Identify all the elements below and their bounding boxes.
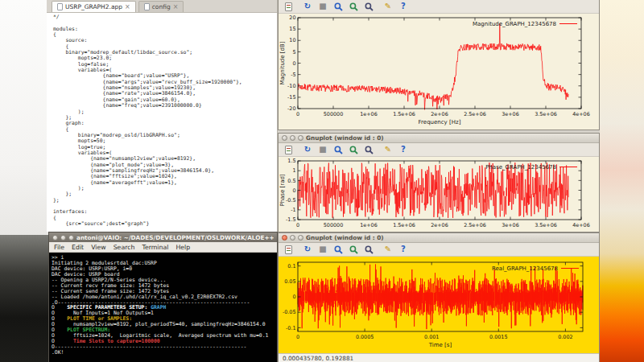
svg-text:20: 20 xyxy=(289,14,295,21)
tab-usrp-graph2-app[interactable]: USRP_GRAPH2.app × xyxy=(52,1,136,12)
config-icon[interactable]: ✎ xyxy=(383,145,393,154)
replot-icon[interactable]: ↻ xyxy=(303,245,312,254)
zoom-previous-icon[interactable] xyxy=(333,145,343,154)
svg-text:3.5e+06: 3.5e+06 xyxy=(535,222,557,228)
minimize-button[interactable] xyxy=(60,235,66,241)
desktop-background-left-bottom xyxy=(0,235,48,362)
zoom-next-icon[interactable] xyxy=(349,2,358,11)
maximize-button[interactable] xyxy=(298,235,303,241)
menu-item-file[interactable]: File xyxy=(54,244,64,251)
zoom-previous-icon[interactable] xyxy=(333,2,343,11)
code-line: {src="source";dest="graph"} xyxy=(53,221,277,227)
help-icon[interactable]: ? xyxy=(398,245,408,254)
svg-text:0.0005: 0.0005 xyxy=(356,334,374,340)
svg-text:0: 0 xyxy=(292,187,295,194)
gnuplot-window-title: Gnuplot (window id : 0) xyxy=(306,134,384,142)
maximize-button[interactable] xyxy=(298,135,303,141)
copy-plot-icon[interactable] xyxy=(283,245,293,254)
svg-text:3e+06: 3e+06 xyxy=(502,222,518,228)
code-editor-content[interactable]: */ modules:{ source: { binary="modrep_de… xyxy=(47,13,277,227)
close-button[interactable] xyxy=(282,135,287,141)
code-line: }; xyxy=(53,198,277,204)
desktop: USRP_GRAPH2.app × config × */ modules:{ … xyxy=(0,0,644,362)
stop-icon[interactable]: ■ xyxy=(318,2,328,11)
editor-window: USRP_GRAPH2.app × config × */ modules:{ … xyxy=(47,0,278,232)
svg-text:0.05: 0.05 xyxy=(284,278,295,285)
menu-item-view[interactable]: View xyxy=(91,244,106,251)
config-icon[interactable]: ✎ xyxy=(383,2,393,11)
code-line: {name="freq";value=2391000000.0} xyxy=(53,103,277,109)
svg-text:1.5e+06: 1.5e+06 xyxy=(393,222,415,228)
svg-text:-1.5: -1.5 xyxy=(286,216,295,223)
replot-icon[interactable]: ↻ xyxy=(303,2,312,11)
desktop-background-left xyxy=(0,0,48,235)
apply-zoom-icon[interactable] xyxy=(364,145,374,154)
tab-label: config xyxy=(152,3,171,10)
svg-text:1e+06: 1e+06 xyxy=(360,222,377,228)
terminal-title: antoni@VAIO: ~/DADES/DEVELOPMENT/OSLDWOR… xyxy=(76,234,274,241)
code-line: interfaces: xyxy=(53,209,277,215)
svg-text:Phase_GRAPH_12345678: Phase_GRAPH_12345678 xyxy=(485,164,556,171)
svg-text:-0.05: -0.05 xyxy=(283,309,296,315)
svg-text:4e+06: 4e+06 xyxy=(572,222,589,228)
gnuplot-magnitude-window: ↻■✎? 05000001e+061.5e+062e+062.5e+063e+0… xyxy=(278,0,600,130)
zoom-next-icon[interactable] xyxy=(349,245,358,254)
apply-zoom-icon[interactable] xyxy=(364,245,374,254)
code-line: */ xyxy=(53,14,277,20)
tab-config[interactable]: config × xyxy=(138,1,184,12)
coordinate-readout: 0.000435780, 0.192881 xyxy=(279,353,599,362)
menu-item-search[interactable]: Search xyxy=(114,244,135,251)
svg-text:-10: -10 xyxy=(287,83,295,89)
copy-plot-icon[interactable] xyxy=(283,2,293,11)
config-icon[interactable]: ✎ xyxy=(383,245,393,254)
gnuplot-titlebar[interactable]: Gnuplot (window id : 0) xyxy=(279,233,599,243)
svg-text:1.5: 1.5 xyxy=(287,158,295,164)
svg-text:-0.1: -0.1 xyxy=(286,325,295,331)
copy-plot-icon[interactable] xyxy=(283,145,293,154)
menu-item-terminal[interactable]: Terminal xyxy=(142,244,168,251)
svg-text:0.5: 0.5 xyxy=(287,178,295,184)
help-icon[interactable]: ? xyxy=(398,2,408,11)
tab-close-icon[interactable]: × xyxy=(125,4,130,10)
tab-label: USRP_GRAPH2.app xyxy=(65,3,122,10)
menu-item-help[interactable]: Help xyxy=(175,244,190,251)
minimize-button[interactable] xyxy=(290,235,295,241)
tab-close-icon[interactable]: × xyxy=(173,4,179,10)
real-plot-canvas[interactable]: 00.00050.0010.00150.0020.10.050-0.05-0.1… xyxy=(279,257,599,353)
svg-text:-20: -20 xyxy=(287,105,295,112)
help-icon[interactable]: ? xyxy=(398,145,408,154)
svg-text:Magnitude_GRAPH_12345678: Magnitude_GRAPH_12345678 xyxy=(473,21,556,27)
terminal-output[interactable]: >> iInitiating 2 modulesrtdal_dac:USRPDA… xyxy=(49,253,277,356)
code-line: }; xyxy=(53,115,277,121)
gnuplot-real-window: Gnuplot (window id : 0) ↻■✎? 00.00050.00… xyxy=(278,232,600,362)
svg-text:2e+06: 2e+06 xyxy=(431,222,448,228)
code-line xyxy=(53,20,277,26)
maximize-button[interactable] xyxy=(68,235,74,241)
stop-icon[interactable]: ■ xyxy=(318,245,328,254)
stop-icon[interactable]: ■ xyxy=(318,145,328,154)
terminal-titlebar[interactable]: antoni@VAIO: ~/DADES/DEVELOPMENT/OSLDWOR… xyxy=(49,232,277,242)
svg-text:0.001: 0.001 xyxy=(424,334,439,340)
svg-text:3e+06: 3e+06 xyxy=(502,111,518,117)
svg-text:1e+06: 1e+06 xyxy=(360,111,377,117)
code-line: graph: xyxy=(53,121,277,126)
apply-zoom-icon[interactable] xyxy=(364,2,374,11)
code-line: source: xyxy=(53,38,277,43)
close-button[interactable] xyxy=(52,235,58,241)
close-button[interactable] xyxy=(282,235,287,241)
minimize-button[interactable] xyxy=(290,135,295,141)
phase-plot-canvas[interactable]: 05000001e+061.5e+062e+062.5e+063e+063.5e… xyxy=(279,157,599,232)
svg-text:500000: 500000 xyxy=(324,222,343,228)
svg-text:0: 0 xyxy=(292,60,295,67)
gnuplot-titlebar[interactable]: Gnuplot (window id : 0) xyxy=(279,134,599,143)
zoom-next-icon[interactable] xyxy=(349,145,358,154)
replot-icon[interactable]: ↻ xyxy=(303,145,312,154)
svg-text:-0.5: -0.5 xyxy=(286,197,295,204)
svg-text:1: 1 xyxy=(292,167,295,174)
svg-text:0.002: 0.002 xyxy=(558,334,572,340)
svg-text:1.5e+06: 1.5e+06 xyxy=(393,111,415,117)
magnitude-plot-canvas[interactable]: 05000001e+061.5e+062e+062.5e+063e+063.5e… xyxy=(279,14,599,130)
zoom-previous-icon[interactable] xyxy=(333,245,343,254)
svg-text:500000: 500000 xyxy=(324,111,343,117)
menu-item-edit[interactable]: Edit xyxy=(72,244,84,251)
